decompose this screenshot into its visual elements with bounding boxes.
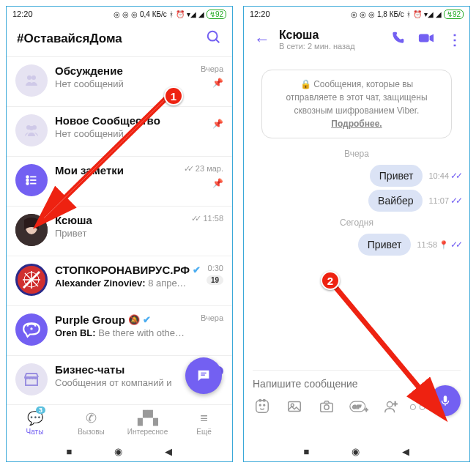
encryption-notice: 🔒 Сообщения, которые вы отправляете в эт…: [261, 70, 452, 138]
status-time: 12:20: [250, 10, 270, 18]
message-row[interactable]: Вайбер 11:07 ✓✓: [253, 190, 461, 212]
message-text: Привет: [358, 234, 412, 256]
menu-icon: ≡: [200, 411, 208, 426]
chats-header: #ОставайсяДома: [7, 21, 232, 56]
message-input[interactable]: [253, 370, 461, 394]
camera-icon[interactable]: [317, 397, 336, 416]
nav-badge: 3: [36, 406, 45, 414]
back-button[interactable]: ◀: [402, 446, 409, 457]
chat-time: 0:30: [208, 264, 223, 272]
location-pin-icon: 📍: [439, 240, 449, 250]
message-row[interactable]: Привет 10:44 ✓✓: [253, 165, 461, 187]
conversation-status: В сети: 2 мин. назад: [279, 42, 384, 51]
svg-point-7: [26, 176, 29, 178]
conversation-body[interactable]: 🔒 Сообщения, которые вы отправляете в эт…: [244, 58, 469, 395]
sticker-icon[interactable]: [253, 397, 272, 416]
status-time: 12:20: [12, 10, 33, 18]
avatar: [15, 64, 48, 97]
chat-time: ✓✓ 23 мар.: [184, 164, 223, 173]
chat-row-ksyusha[interactable]: Ксюша Привет ✓✓ 11:58: [7, 206, 232, 256]
svg-point-29: [259, 404, 261, 406]
chat-time: ✓✓ 11:58: [191, 214, 223, 223]
svg-point-3: [31, 75, 36, 80]
call-icon[interactable]: [390, 31, 405, 48]
chat-list: Обсуждение Нет сообщений Вчера📌 Новое Со…: [7, 56, 232, 405]
chat-row-community[interactable]: Новое Сообщество Нет сообщений 📌: [7, 106, 232, 156]
android-nav: ■ ◉ ◀: [7, 441, 232, 461]
status-data: 1,8 КБ/с: [377, 10, 404, 18]
avatar: [15, 114, 48, 146]
gif-icon[interactable]: GIF+: [349, 397, 368, 416]
svg-point-9: [26, 179, 29, 182]
compose-fab[interactable]: [185, 357, 222, 394]
nav-label: Вызовы: [78, 428, 104, 436]
nav-explore[interactable]: ▞▚ Интересное: [119, 405, 176, 441]
video-icon[interactable]: [418, 32, 434, 47]
search-icon[interactable]: [206, 29, 222, 48]
nav-more[interactable]: ≡ Ещё: [176, 405, 232, 441]
svg-point-0: [208, 31, 217, 41]
status-bar: 12:20 ◎ ◎ ◎ 1,8 КБ/с ᚼ ⏰ ▾◢ ◢ ↯92: [244, 7, 469, 21]
chat-title: Обсуждение: [55, 64, 223, 77]
nav-chats[interactable]: 💬 3 Чаты: [7, 405, 63, 441]
phone-conversation-screen: 12:20 ◎ ◎ ◎ 1,8 КБ/с ᚼ ⏰ ▾◢ ◢ ↯92 ← Ксюш…: [243, 6, 470, 462]
annotation-marker-2: 2: [321, 271, 340, 290]
wifi-icon: ▾◢: [187, 10, 196, 18]
message-time: 11:07 ✓✓: [428, 196, 461, 206]
home-button[interactable]: ◉: [114, 446, 122, 457]
signal-icon: ◢: [198, 10, 204, 18]
grid-icon: ▞▚: [138, 410, 158, 426]
battery-indicator: ↯92: [444, 10, 464, 19]
chat-subtitle: Нет сообщений: [55, 128, 187, 139]
status-bar: 12:20 ◎ ◎ ◎ 0,4 КБ/с ᚼ ⏰ ▾◢ ◢ ↯92: [7, 7, 232, 21]
verified-icon: ✔: [193, 264, 201, 275]
lock-icon: 🔒: [300, 79, 311, 89]
more-icon[interactable]: ⋮: [447, 31, 462, 48]
conversation-title[interactable]: Ксюша: [279, 29, 384, 42]
chat-subtitle: Нет сообщений: [55, 78, 187, 89]
nav-label: Чаты: [26, 428, 44, 436]
svg-text:GIF: GIF: [352, 404, 361, 409]
chat-title: Purple Group 🔕 ✔: [55, 313, 223, 326]
app-hashtag-title: #ОставайсяДома: [17, 31, 122, 46]
chat-time: Вчера: [201, 64, 223, 73]
mic-button[interactable]: [430, 385, 461, 416]
alarm-icon: ⏰: [176, 10, 185, 18]
back-button[interactable]: ◀: [165, 446, 172, 457]
svg-point-38: [387, 402, 393, 407]
verified-icon: ✔: [143, 314, 151, 325]
back-icon[interactable]: ←: [251, 27, 273, 52]
chat-time: Вчера: [201, 313, 223, 322]
recent-apps-button[interactable]: ■: [304, 446, 310, 457]
battery-indicator: ↯92: [207, 10, 226, 19]
avatar: [15, 313, 48, 346]
svg-point-30: [264, 404, 265, 406]
message-text: Привет: [370, 165, 423, 187]
signal-icon: ◢: [436, 10, 442, 18]
chat-row-stopcorona[interactable]: СТОПКОРОНАВИРУС.РФ ✔ Alexander Zinoviev:…: [7, 256, 232, 305]
chat-subtitle: Привет: [55, 228, 187, 239]
nav-calls[interactable]: ✆ Вызовы: [63, 405, 119, 441]
pin-icon: 📌: [212, 119, 223, 129]
mention-icon[interactable]: +: [382, 397, 401, 416]
recent-apps-button[interactable]: ■: [67, 446, 72, 457]
message-row[interactable]: Привет 11:58 📍 ✓✓: [253, 234, 461, 256]
encryption-learn-more[interactable]: Подробнее.: [331, 119, 382, 129]
bluetooth-icon: ᚼ: [169, 10, 174, 18]
phone-chats-screen: 12:20 ◎ ◎ ◎ 0,4 КБ/с ᚼ ⏰ ▾◢ ◢ ↯92 #Остав…: [6, 6, 233, 462]
gallery-icon[interactable]: [285, 397, 304, 416]
chat-title: Новое Сообщество: [55, 114, 223, 127]
svg-line-1: [216, 40, 220, 43]
chat-row-notes[interactable]: Мои заметки ✓✓ 23 мар.📌: [7, 156, 232, 206]
avatar: [15, 363, 48, 395]
muted-icon: 🔕: [128, 314, 140, 325]
android-nav: ■ ◉ ◀: [244, 441, 469, 461]
unread-badge: 19: [207, 275, 223, 285]
status-indicators: ◎ ◎ ◎ 1,8 КБ/с ᚼ ⏰ ▾◢ ◢ ↯92: [351, 10, 464, 19]
avatar: [15, 214, 48, 246]
svg-point-34: [324, 405, 329, 409]
chat-row-purple-group[interactable]: Purple Group 🔕 ✔ Oren BL: Be there with …: [7, 305, 232, 355]
pin-icon: 📌: [184, 178, 223, 188]
chat-row-discussion[interactable]: Обсуждение Нет сообщений Вчера📌: [7, 56, 232, 106]
home-button[interactable]: ◉: [352, 446, 360, 457]
